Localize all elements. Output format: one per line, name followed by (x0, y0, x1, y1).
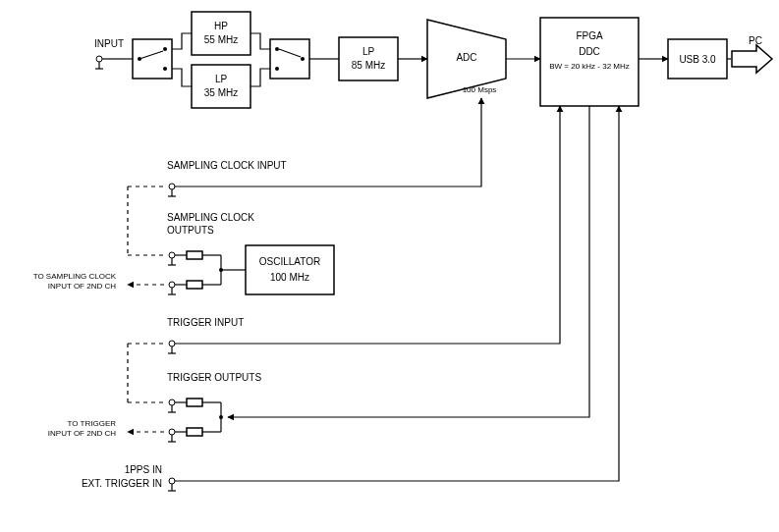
input-label: INPUT (94, 38, 124, 49)
lp35-filter-label1: LP (215, 74, 228, 84)
svg-point-26 (169, 341, 175, 346)
svg-point-9 (301, 57, 305, 61)
sampling-clock-outputs-label2: OUTPUTS (167, 225, 214, 236)
lp85-filter-label2: 85 MHz (352, 60, 385, 71)
fpga-title: FPGA (576, 30, 603, 41)
to-trig-2nd-label1: TO TRIGGER (68, 419, 117, 428)
svg-point-21 (169, 282, 175, 288)
wire-trigin-fpga (175, 106, 560, 344)
ext-trigger-in-label: EXT. TRIGGER IN (82, 478, 162, 489)
resistor-trig-1 (187, 399, 202, 406)
resistor-trig-2 (187, 428, 202, 436)
to-sampclk-2nd-label2: INPUT OF 2ND CH (48, 282, 116, 291)
svg-marker-12 (732, 45, 772, 73)
svg-point-29 (169, 399, 175, 405)
lp85-filter-block (339, 37, 398, 80)
hp-filter-block (192, 12, 250, 55)
wire-lp35-sw2 (250, 69, 270, 86)
sampling-clock-output-port-2 (168, 282, 176, 294)
svg-point-8 (275, 67, 279, 71)
wire-sw1-lp35 (172, 69, 192, 86)
to-sampclk-2nd-label1: TO SAMPLING CLOCK (33, 272, 117, 281)
lp35-filter-block (192, 65, 250, 108)
trigger-output-port-1 (168, 399, 176, 412)
input-port (95, 56, 103, 69)
pc-label: PC (749, 35, 762, 46)
adc-block: ADC 100 Msps (427, 20, 506, 98)
trigger-input-port (168, 341, 176, 353)
svg-point-7 (275, 47, 279, 51)
fpga-sub1: DDC (579, 46, 600, 57)
svg-point-39 (169, 478, 175, 484)
hp-filter-label2: 55 MHz (204, 34, 238, 45)
oscillator-block (246, 245, 334, 294)
wire-hp-sw2 (250, 33, 270, 49)
pps-in-label: 1PPS IN (125, 464, 162, 475)
wire-sw1-hp (172, 33, 192, 49)
usb-title: USB 3.0 (679, 54, 716, 65)
resistor-sampclk-2 (187, 281, 202, 289)
sampling-clock-output-port-1 (168, 252, 176, 265)
node-trig-join (219, 415, 223, 419)
to-trig-2nd-label2: INPUT OF 2ND CH (48, 429, 116, 438)
trigger-outputs-label: TRIGGER OUTPUTS (167, 372, 261, 383)
svg-point-5 (163, 67, 167, 71)
fpga-sub2: BW = 20 kHz - 32 MHz (549, 62, 630, 71)
oscillator-label2: 100 MHz (270, 272, 309, 283)
sampling-clock-input-label: SAMPLING CLOCK INPUT (167, 160, 287, 171)
svg-point-4 (163, 47, 167, 51)
adc-sub: 100 Msps (463, 85, 497, 94)
svg-point-16 (169, 252, 175, 258)
trigger-output-port-2 (168, 429, 176, 442)
hp-filter-label1: HP (214, 21, 228, 31)
lp35-filter-label2: 35 MHz (204, 87, 238, 98)
svg-point-0 (96, 56, 102, 62)
oscillator-label1: OSCILLATOR (259, 256, 320, 267)
lp85-filter-label1: LP (362, 46, 375, 57)
pc-arrow (732, 45, 772, 73)
sampling-clock-outputs-label1: SAMPLING CLOCK (167, 212, 254, 223)
resistor-sampclk-1 (187, 251, 202, 259)
svg-point-34 (169, 429, 175, 435)
wire-sampclk-adc (175, 98, 481, 186)
trigger-input-label: TRIGGER INPUT (167, 317, 244, 328)
adc-title: ADC (456, 52, 476, 63)
ext-trigger-port (168, 478, 176, 491)
svg-point-13 (169, 184, 175, 189)
sampling-clock-input-port (168, 184, 176, 196)
